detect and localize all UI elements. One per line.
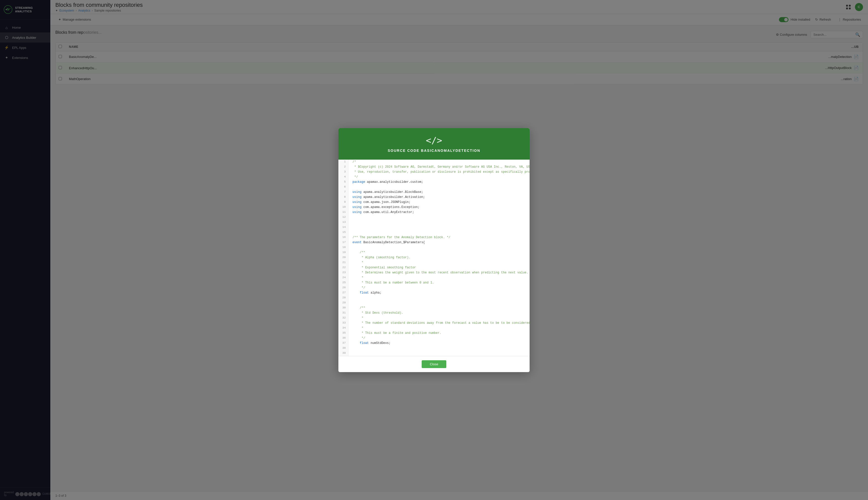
close-button[interactable]: Close: [422, 360, 446, 368]
line-content: */: [349, 285, 530, 291]
code-line: 37 float numStdDevs;: [338, 341, 530, 346]
line-number: 17: [338, 240, 349, 245]
code-line: 29: [338, 300, 530, 306]
line-content: [349, 220, 530, 225]
line-content: */: [349, 336, 530, 341]
line-content: *: [349, 326, 530, 331]
line-content: * The number of standard deviations away…: [349, 321, 530, 326]
line-number: 34: [338, 326, 349, 331]
modal-overlay: </> SOURCE CODE BASICANOMALYDETECTION 1/…: [0, 0, 868, 500]
line-content: *: [349, 316, 530, 321]
line-number: 31: [338, 311, 349, 316]
code-line: 4 */: [338, 175, 530, 180]
code-line: 3 * Use, reproduction, transfer, publica…: [338, 170, 530, 175]
line-number: 35: [338, 331, 349, 336]
line-content: * Determines the weight given to the mos…: [349, 270, 530, 275]
line-content: *: [349, 260, 530, 265]
code-line: 14: [338, 225, 530, 230]
line-number: 13: [338, 220, 349, 225]
code-line: 31 * Std Devs (threshold).: [338, 311, 530, 316]
line-content: [349, 215, 530, 220]
line-number: 36: [338, 336, 349, 341]
line-content: float numStdDevs;: [349, 341, 530, 346]
modal-title: SOURCE CODE BASICANOMALYDETECTION: [388, 149, 480, 152]
line-content: /**: [349, 250, 530, 255]
code-line: 9using com.apama.json.JSONPlugin;: [338, 200, 530, 205]
line-number: 15: [338, 230, 349, 235]
line-content: using com.apama.exceptions.Exception;: [349, 205, 530, 210]
line-number: 3: [338, 170, 349, 175]
modal-body: 1/*2 * $Copyright (c) 2024 Software AG, …: [338, 160, 530, 356]
code-line: 38: [338, 346, 530, 351]
line-content: float alpha;: [349, 291, 530, 296]
code-line: 8using apama.analyticsbuilder.Activation…: [338, 195, 530, 200]
code-line: 28: [338, 296, 530, 300]
code-line: 25 * This must be a number between 0 and…: [338, 281, 530, 285]
code-line: 11using com.apama.util.AnyExtractor;: [338, 210, 530, 215]
source-code-modal: </> SOURCE CODE BASICANOMALYDETECTION 1/…: [338, 128, 530, 372]
code-line: 26 */: [338, 285, 530, 291]
line-content: * Alpha (smoothing factor).: [349, 255, 530, 260]
code-line: 22 * Exponential smoothing factor: [338, 265, 530, 270]
line-number: 29: [338, 300, 349, 306]
line-content: using apama.analyticsbuilder.Activation;: [349, 195, 530, 200]
line-number: 27: [338, 291, 349, 296]
code-line: 17event BasicAnomalyDetection_$Parameter…: [338, 240, 530, 245]
code-line: 21 *: [338, 260, 530, 265]
line-number: 28: [338, 296, 349, 300]
line-number: 11: [338, 210, 349, 215]
line-number: 8: [338, 195, 349, 200]
line-number: 4: [338, 175, 349, 180]
code-line: 24 *: [338, 275, 530, 281]
line-number: 14: [338, 225, 349, 230]
code-line: 34 *: [338, 326, 530, 331]
code-line: 23 * Determines the weight given to the …: [338, 270, 530, 275]
line-content: [349, 230, 530, 235]
line-number: 39: [338, 351, 349, 356]
code-line: 1/*: [338, 160, 530, 164]
line-content: using com.apama.util.AnyExtractor;: [349, 210, 530, 215]
line-content: [349, 185, 530, 190]
line-number: 16: [338, 235, 349, 240]
line-content: * Std Devs (threshold).: [349, 311, 530, 316]
line-number: 38: [338, 346, 349, 351]
line-number: 23: [338, 270, 349, 275]
line-content: * This must be a finite and positive num…: [349, 331, 530, 336]
line-number: 21: [338, 260, 349, 265]
line-content: * Use, reproduction, transfer, publicati…: [349, 170, 530, 175]
line-number: 1: [338, 160, 349, 164]
code-line: 5package apamax.analyticsbuilder.custom;: [338, 180, 530, 185]
line-number: 32: [338, 316, 349, 321]
code-line: 33 * The number of standard deviations a…: [338, 321, 530, 326]
line-content: using apama.analyticsbuilder.BlockBase;: [349, 190, 530, 195]
code-line: 6: [338, 185, 530, 190]
line-number: 24: [338, 275, 349, 281]
line-content: /** The parameters for the Anomaly Detec…: [349, 235, 530, 240]
line-content: * Exponential smoothing factor: [349, 265, 530, 270]
line-number: 6: [338, 185, 349, 190]
code-line: 39: [338, 351, 530, 356]
line-content: event BasicAnomalyDetection_$Parameters{: [349, 240, 530, 245]
line-content: [349, 245, 530, 250]
code-icon: </>: [426, 135, 442, 146]
line-content: *: [349, 275, 530, 281]
modal-footer: Close: [338, 356, 530, 372]
code-line: 16/** The parameters for the Anomaly Det…: [338, 235, 530, 240]
code-line: 35 * This must be a finite and positive …: [338, 331, 530, 336]
code-line: 20 * Alpha (smoothing factor).: [338, 255, 530, 260]
code-line: 2 * $Copyright (c) 2024 Software AG, Dar…: [338, 164, 530, 170]
line-content: [349, 346, 530, 351]
line-content: [349, 225, 530, 230]
line-number: 26: [338, 285, 349, 291]
line-number: 19: [338, 250, 349, 255]
modal-header: </> SOURCE CODE BASICANOMALYDETECTION: [338, 128, 530, 160]
line-content: /**: [349, 306, 530, 311]
line-number: 9: [338, 200, 349, 205]
code-line: 15: [338, 230, 530, 235]
line-number: 30: [338, 306, 349, 311]
code-line: 19 /**: [338, 250, 530, 255]
line-content: [349, 351, 530, 356]
code-line: 12: [338, 215, 530, 220]
line-number: 2: [338, 164, 349, 170]
line-content: using com.apama.json.JSONPlugin;: [349, 200, 530, 205]
